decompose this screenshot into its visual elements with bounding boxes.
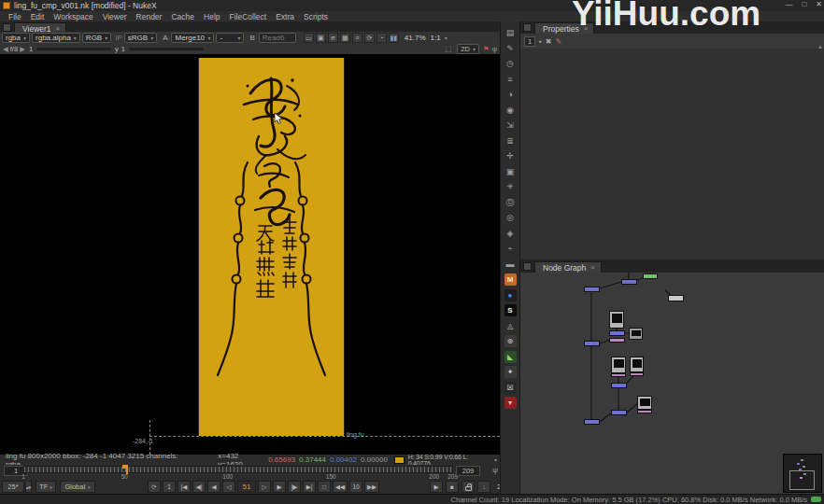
tc-mode-dropdown[interactable]: TF▾ [36,481,56,493]
viewer-tool-icon-1[interactable]: ▣ [316,33,326,43]
threed-icon[interactable]: ▣ [504,166,517,178]
fps-field[interactable]: 25* [2,481,24,493]
tab-node-graph[interactable]: Node Graph × [534,261,602,273]
menu-viewer[interactable]: Viewer [98,12,132,21]
goto-end-button[interactable]: ▶| [303,481,316,493]
menu-file[interactable]: File [4,12,26,21]
a-input-dropdown[interactable]: Merge10▾ [171,33,214,43]
minimize-button[interactable]: — [785,0,792,8]
menu-render[interactable]: Render [132,12,167,21]
properties-counter[interactable]: 1 [524,36,535,47]
panel-menu-icon[interactable] [523,23,532,32]
input-process-toggle[interactable]: IP [115,34,122,42]
lens-plugin-icon[interactable]: ✦ [504,366,517,378]
menu-edit[interactable]: Edit [26,12,50,21]
skip-forward-button[interactable]: ▶▶ [364,481,379,493]
node-thumb[interactable] [609,311,624,329]
menu-workspace[interactable]: Workspace [49,12,97,21]
panel-menu-icon[interactable] [523,262,532,271]
zoom-level[interactable]: 41.7% [405,34,426,42]
tab-close-icon[interactable]: × [590,263,595,272]
frame-increment-field[interactable]: 10 [349,481,362,493]
menu-scripts[interactable]: Scripts [299,12,333,21]
lock-panels-icon[interactable]: ▪ [539,37,542,46]
layer-dropdown[interactable]: rgba▾ [2,33,30,43]
node-pink[interactable] [611,373,626,377]
maximize-button[interactable]: □ [802,0,806,8]
menu-help[interactable]: Help [199,12,224,21]
viewer-tool-icon-6[interactable]: ◔ [376,33,387,43]
view-mode-dropdown[interactable]: 2D▾ [457,44,479,54]
node-thumb2[interactable] [629,328,643,340]
transform-icon[interactable]: ✛ [504,150,517,162]
fstop-prev-icon[interactable]: ◀ [3,45,8,53]
channel-icon[interactable]: ≡ [504,74,517,86]
current-frame-field[interactable]: 51 [237,481,256,493]
stop-button[interactable]: □ [318,481,331,493]
menu-extra[interactable]: Extra [271,12,299,21]
play-forward-button[interactable]: ▶ [273,481,286,493]
node-blue[interactable] [584,341,600,346]
play-backward-button[interactable]: ◀ [207,481,220,493]
fstop-next-icon[interactable]: ▶ [20,45,25,53]
time-icon[interactable]: ◷ [504,58,517,70]
node-pink[interactable] [630,372,644,376]
b-input-dropdown[interactable]: Read6 [259,33,296,43]
modeling-m-icon[interactable]: M [504,273,517,286]
node-pink[interactable] [637,410,652,413]
node-graph-canvas[interactable] [520,273,824,495]
node-blue[interactable] [584,419,600,425]
menu-filecollect[interactable]: FileCollect [225,12,272,21]
edit-pen-icon[interactable]: ✎ [556,37,562,46]
close-button[interactable]: ✕ [816,0,822,8]
render-button[interactable]: ▶ [430,481,443,493]
node-blue[interactable] [584,287,600,292]
primatte-icon[interactable]: ◣ [504,351,517,363]
step-forward-button[interactable]: ▷ [258,481,271,493]
loop-mode-button[interactable]: ⟳ [148,481,161,493]
status-caret-icon[interactable]: ▾ [494,456,497,463]
node-graph-minimap[interactable] [783,454,822,493]
flag-icon[interactable]: ⚑ [483,45,490,53]
prev-keyframe-button[interactable]: ◀| [192,481,206,493]
range-mode-dropdown[interactable]: Global▾ [60,481,95,493]
flipbook-button[interactable]: ↓ [477,481,490,493]
step-back-button[interactable]: ◁ [222,481,235,493]
red-plugin-icon[interactable]: ▾ [504,397,517,409]
metadata-icon[interactable]: ◈ [504,228,517,240]
color-icon[interactable]: ◑ [504,89,517,101]
node-slab[interactable] [668,295,684,301]
viewer-tool-icon-2[interactable]: ≋ [328,33,338,43]
viewer-tool-icon-3[interactable]: ▦ [340,33,350,43]
proxy-caret-icon[interactable]: ▾ [445,35,448,41]
fps-spinner[interactable]: ▴▾ [25,481,32,493]
sphere-plugin-icon[interactable]: ● [504,289,517,301]
draw-icon[interactable]: ✎ [504,43,517,55]
gain-slider[interactable] [36,48,111,50]
deep-icon[interactable]: Ⓓ [504,197,517,209]
skip-back-button[interactable]: ◀◀ [333,481,348,493]
node-blue[interactable] [611,410,627,415]
lock-range-button[interactable] [462,481,475,493]
panel-menu-icon[interactable] [3,23,11,32]
viewer-tool-icon-0[interactable]: ▭ [304,33,314,43]
goto-start-button[interactable]: |◀ [178,481,191,493]
other-icon[interactable]: ▬ [504,259,517,271]
views-icon[interactable]: ◎ [504,212,517,224]
gamma-value[interactable]: 1 [121,45,125,53]
alpha-layer-dropdown[interactable]: rgba.alpha▾ [32,33,80,43]
gain-value[interactable]: 1 [29,45,33,53]
playhead-flag[interactable] [122,465,127,469]
next-keyframe-button[interactable]: |▶ [288,481,301,493]
colorspace-dropdown[interactable]: sRGB▾ [124,33,157,43]
keyer-icon[interactable]: ⇲ [504,119,517,132]
viewer-canvas[interactable]: -284,-1 ling fu [0,54,500,455]
node-blue[interactable] [609,330,625,336]
viewer-tool-icon-7[interactable]: ▮▮ [389,33,399,43]
a-plugin-icon[interactable]: ◬ [504,320,517,332]
sapphire-s-icon[interactable]: S [504,304,517,316]
node-pink[interactable] [609,338,625,343]
viewer-tool-icon-4[interactable]: ≡ [352,33,362,43]
node-blue[interactable] [621,279,637,285]
playback-mode-button[interactable]: 1 [163,481,176,493]
